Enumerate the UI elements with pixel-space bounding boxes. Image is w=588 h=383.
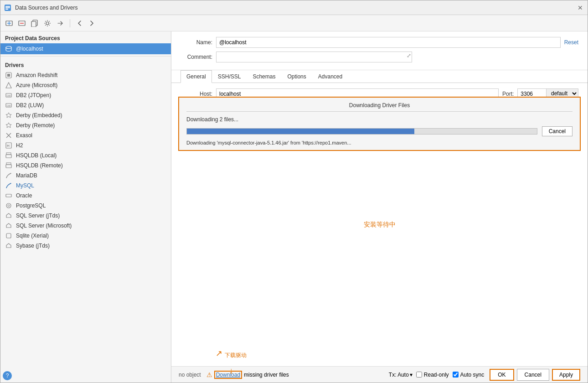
driver-derby-embedded[interactable]: Derby (Embedded): [0, 110, 171, 120]
project-section-title: Project Data Sources: [0, 31, 171, 43]
datasource-form: Name: Reset Comment: ⤢: [171, 31, 588, 70]
tabs-bar: General SSH/SSL Schemas Options Advanced: [171, 70, 588, 83]
svg-text:DB: DB: [7, 94, 10, 97]
driver-sqlserver-jtds[interactable]: SQL Server (jTds): [0, 211, 171, 221]
tx-dropdown[interactable]: Tx: Auto ▾: [389, 372, 413, 378]
download-link[interactable]: Download: [214, 371, 242, 379]
driver-exasol[interactable]: Exasol: [0, 130, 171, 140]
svg-point-11: [46, 22, 49, 25]
driver-icon-oracle: [5, 192, 12, 199]
driver-oracle[interactable]: Oracle: [0, 191, 171, 201]
driver-icon-db2l: DB: [5, 102, 12, 109]
center-message: 安装等待中: [364, 221, 396, 229]
driver-sqlserver-ms[interactable]: SQL Server (Microsoft): [0, 221, 171, 231]
arrow-down-2: ↓: [229, 366, 233, 376]
comment-wrapper: ⤢: [216, 52, 412, 62]
readonly-checkbox[interactable]: [416, 372, 422, 378]
name-input[interactable]: [216, 37, 561, 48]
driver-sqlite[interactable]: Sqlite (Xerial): [0, 231, 171, 241]
svg-point-12: [6, 47, 11, 49]
toolbar-nav: [75, 18, 97, 28]
tab-sshssl[interactable]: SSH/SSL: [212, 70, 247, 83]
cancel-button[interactable]: Cancel: [517, 369, 549, 381]
svg-marker-32: [6, 223, 11, 228]
cancel-download-button[interactable]: Cancel: [542, 126, 573, 136]
svg-rect-3: [5, 9, 8, 10]
driver-amazon-redshift[interactable]: Amazon Redshift: [0, 70, 171, 80]
driver-label: Amazon Redshift: [16, 72, 57, 78]
driver-sybase[interactable]: Sybase (jTds): [0, 241, 171, 251]
tab-schemas[interactable]: Schemas: [247, 70, 281, 83]
tab-general[interactable]: General: [181, 70, 212, 83]
tab-options[interactable]: Options: [281, 70, 312, 83]
driver-icon-derby-r: [5, 122, 12, 129]
toolbar: [0, 15, 588, 31]
driver-label: PostgreSQL: [16, 202, 46, 209]
driver-icon-sqls-j: [5, 212, 12, 219]
svg-rect-10: [31, 21, 36, 27]
driver-hsqldb-local[interactable]: HSQLDB (Local): [0, 150, 171, 160]
reset-link[interactable]: Reset: [564, 39, 578, 46]
sidebar-item-label: @localhost: [16, 46, 43, 52]
remove-button[interactable]: [17, 18, 27, 28]
comment-row: Comment: ⤢: [181, 52, 578, 62]
driver-icon-exasol: [5, 132, 12, 139]
port-label: Port:: [502, 91, 514, 97]
driver-azure[interactable]: Azure (Microsoft): [0, 80, 171, 90]
forward-button[interactable]: [87, 18, 97, 28]
driver-db2-jtopen[interactable]: DB DB2 (JTOpen): [0, 90, 171, 100]
driver-label: Oracle: [16, 192, 32, 199]
copy-button[interactable]: [30, 18, 40, 28]
driver-postgresql[interactable]: PostgreSQL: [0, 201, 171, 211]
driver-icon-mysql: [5, 182, 12, 189]
svg-rect-14: [7, 74, 10, 77]
driver-icon-h2: H: [5, 142, 12, 149]
sidebar: Project Data Sources @localhost Drivers …: [0, 31, 171, 383]
nav-button[interactable]: [55, 18, 65, 28]
driver-h2[interactable]: H H2: [0, 140, 171, 150]
main-content: Project Data Sources @localhost Drivers …: [0, 31, 588, 383]
svg-text:DB: DB: [7, 104, 10, 107]
sidebar-item-localhost[interactable]: @localhost: [0, 43, 171, 54]
comment-input[interactable]: [216, 52, 412, 62]
driver-label: MariaDB: [16, 172, 37, 179]
tx-label: Tx: Auto: [389, 372, 409, 378]
add-button[interactable]: [4, 18, 14, 28]
close-button[interactable]: ✕: [577, 4, 584, 11]
config-button[interactable]: [42, 18, 52, 28]
autosync-text: Auto sync: [460, 372, 485, 378]
warning-icon: ⚠: [206, 371, 212, 378]
driver-label: DB2 (LUW): [16, 102, 44, 109]
driver-icon-sqlite: [5, 232, 12, 239]
ok-button[interactable]: OK: [490, 369, 514, 381]
svg-rect-2: [5, 7, 10, 8]
apply-button[interactable]: Apply: [552, 369, 580, 381]
tab-advanced[interactable]: Advanced: [312, 70, 348, 83]
driver-label: H2: [16, 142, 23, 149]
host-label: Host:: [181, 91, 212, 97]
autosync-checkbox[interactable]: [453, 372, 459, 378]
driver-hsqldb-remote[interactable]: HSQLDB (Remote): [0, 160, 171, 171]
expand-icon: ⤢: [407, 52, 411, 59]
back-button[interactable]: [75, 18, 85, 28]
driver-label: DB2 (JTOpen): [16, 92, 51, 98]
driver-derby-remote[interactable]: Derby (Remote): [0, 120, 171, 130]
no-object-text: no object: [179, 372, 201, 378]
driver-icon-redshift: [5, 72, 12, 79]
driver-label: Derby (Embedded): [16, 112, 62, 119]
name-label: Name:: [181, 39, 212, 46]
driver-mysql[interactable]: MySQL: [0, 181, 171, 191]
missing-driver-text: missing driver files: [244, 372, 289, 378]
readonly-label: Read-only: [416, 372, 449, 378]
download-warning-row: ⚠ Download missing driver files: [206, 371, 289, 379]
driver-label: Azure (Microsoft): [16, 82, 57, 88]
driver-label: Sqlite (Xerial): [16, 233, 49, 239]
title-bar: Data Sources and Drivers ✕: [0, 0, 588, 15]
driver-db2-luw[interactable]: DB DB2 (LUW): [0, 100, 171, 110]
tab-content-general: Host: Port: Database: User: Passwo: [171, 83, 588, 366]
driver-mariadb[interactable]: MariaDB: [0, 171, 171, 181]
name-row: Name: Reset: [181, 37, 578, 48]
help-button[interactable]: ?: [3, 371, 12, 380]
driver-label: HSQLDB (Remote): [16, 162, 63, 169]
driver-icon-sqls-m: [5, 222, 12, 229]
